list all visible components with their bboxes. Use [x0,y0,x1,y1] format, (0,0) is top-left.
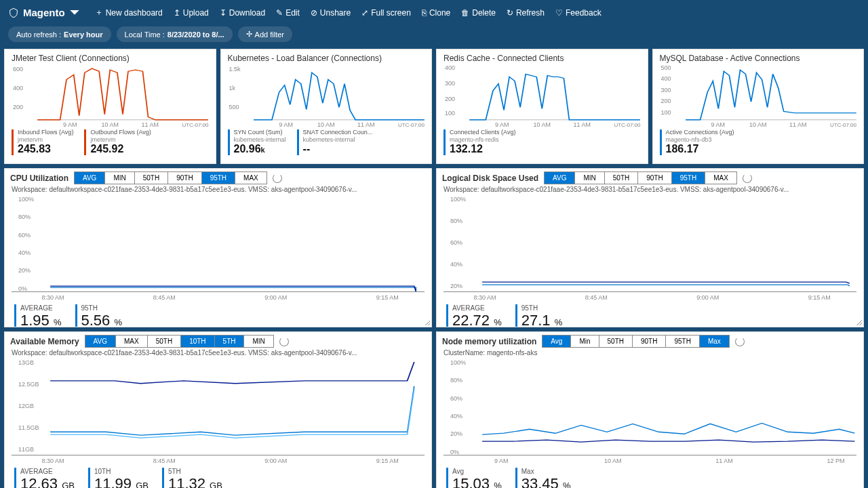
metric-average: AVERAGE12.63 GB [14,468,75,488]
seg-95th[interactable]: 95TH [202,172,235,184]
seg-disk: AVGMIN50TH90TH95THMAX [544,171,737,184]
metric-average: AVERAGE1.95 % [14,304,62,327]
edit-button[interactable]: ✎ Edit [271,5,305,20]
seg-10th[interactable]: 10TH [181,336,214,347]
tile-title: Redis Cache - Connected Clients [437,49,648,64]
refresh-button[interactable]: ↻ Refresh [501,5,550,20]
unshare-button[interactable]: ⊘ Unshare [305,5,356,20]
refresh-icon[interactable] [743,174,752,183]
seg-5th[interactable]: 5TH [215,336,245,347]
chevron-down-icon [69,7,80,18]
delete-button[interactable]: 🗑 Delete [456,5,501,20]
refresh-icon[interactable] [279,337,289,346]
chart-jmeter [10,64,210,127]
tile-jmeter[interactable]: JMeter Test Client (Connections) 600 400… [4,49,216,164]
chart-nodemem: 100% 80% 60% 40% 20% 0% 9 AM 10 AM 11 AM… [443,361,856,455]
seg-avg[interactable]: AVG [75,172,105,184]
fullscreen-button[interactable]: ⤢ Full screen [356,5,416,20]
seg-90th[interactable]: 90TH [168,172,201,184]
metrics-disk: AVERAGE22.72 %95TH27.1 % [437,292,863,327]
metrics-cpu: AVERAGE1.95 %95TH5.56 % [5,292,431,327]
seg-min[interactable]: MIN [244,336,273,347]
metric-outbound: Outbound Flows (Avg)jmetervm245.92 [84,129,151,155]
metric-5th: 5TH11.32 GB [162,468,222,488]
metric-syn: SYN Count (Sum)kubernetes-internal20.96k [228,129,286,155]
seg-50th[interactable]: 50TH [599,336,633,347]
metrics-mem: AVERAGE12.63 GB10TH11.99 GB5TH11.32 GB [5,455,431,488]
seg-mem: AVGMAX50TH10TH5THMIN [85,335,274,348]
tile-memory[interactable]: Available Memory AVGMAX50TH10TH5THMIN Wo… [4,331,432,488]
metric-95th: 95TH5.56 % [75,304,123,327]
clone-button[interactable]: ⎘ Clone [416,5,456,20]
metric-snat: SNAT Connection Coun...kubernetes-intern… [297,129,373,155]
tile-nodemem[interactable]: Node memory utilization AvgMin50TH90TH95… [436,331,864,488]
new-dashboard-button[interactable]: ＋ New dashboard [90,4,168,21]
tile-title: Kubernetes - Load Balancer (Connections) [221,49,432,64]
tile-mysql[interactable]: MySQL Database - Active Connections 500 … [652,49,865,164]
chart-redis [442,64,642,127]
seg-max[interactable]: MAX [235,172,267,184]
refresh-icon[interactable] [735,337,745,346]
seg-90th[interactable]: 90TH [638,172,671,184]
seg-min[interactable]: Min [571,336,599,347]
metric-average: AVERAGE22.72 % [446,304,502,327]
metric-inbound: Inbound Flows (Avg)jmetervm245.83 [12,129,73,155]
chart-mem: 13GB 12.5GB 12GB 11.5GB 11GB 8:30 AM 8:4… [12,361,425,455]
add-filter-pill[interactable]: ✢ Add filter [238,26,292,42]
seg-95th[interactable]: 95TH [666,336,699,347]
metric-95th: 95TH27.1 % [515,304,563,327]
refresh-icon[interactable] [273,174,282,183]
dashboard-title[interactable]: Magento [8,7,80,18]
feedback-button[interactable]: ♡ Feedback [550,5,607,20]
tile-title: JMeter Test Client (Connections) [5,49,216,64]
tile-cpu[interactable]: CPU Utilization AVGMIN50TH90TH95THMAX Wo… [4,168,432,327]
seg-nodemem: AvgMin50TH90TH95THMax [542,335,729,348]
metric-mysql-conn: Active Connections (Avg)magento-nfs-db31… [660,129,734,155]
metric-10th: 10TH11.99 GB [88,468,149,488]
resize-grip[interactable] [423,319,430,325]
metric-avg: Avg15.03 % [446,468,502,488]
seg-avg[interactable]: AVG [85,336,116,347]
resize-grip[interactable] [855,319,862,325]
seg-max[interactable]: MAX [116,336,148,347]
metric-redis-clients: Connected Clients (Avg)magento-nfs-redis… [443,129,515,155]
download-button[interactable]: ↧ Download [214,5,271,20]
seg-max[interactable]: Max [700,336,729,347]
time-range-pill[interactable]: Local Time : 8/23/2020 to 8/... [117,26,233,42]
seg-avg[interactable]: AVG [545,172,575,184]
seg-50th[interactable]: 50TH [135,172,168,184]
tile-title: MySQL Database - Active Connections [653,49,864,64]
chart-cpu: 100% 80% 60% 40% 20% 0% 8:30 AM 8:45 AM … [12,197,425,292]
seg-50th[interactable]: 50TH [148,336,181,347]
seg-50th[interactable]: 50TH [605,172,638,184]
metric-max: Max33.45 % [515,468,571,488]
chart-mysql [658,64,859,127]
tile-disk[interactable]: Logical Disk Space Used AVGMIN50TH90TH95… [436,168,864,327]
chart-disk: 100% 80% 60% 40% 20% 8:30 AM 8:45 AM 9:0… [443,197,856,292]
tile-redis[interactable]: Redis Cache - Connected Clients 400 300 … [436,49,648,164]
seg-min[interactable]: MIN [105,172,134,184]
chart-k8s [226,64,427,127]
upload-button[interactable]: ↥ Upload [168,5,214,20]
seg-avg[interactable]: Avg [542,336,571,347]
seg-cpu: AVGMIN50TH90TH95THMAX [74,171,267,184]
auto-refresh-pill[interactable]: Auto refresh : Every hour [8,26,111,42]
seg-95th[interactable]: 95TH [672,172,705,184]
seg-max[interactable]: MAX [705,172,736,184]
seg-90th[interactable]: 90TH [633,336,666,347]
seg-min[interactable]: MIN [575,172,604,184]
tile-k8s[interactable]: Kubernetes - Load Balancer (Connections)… [220,49,433,164]
